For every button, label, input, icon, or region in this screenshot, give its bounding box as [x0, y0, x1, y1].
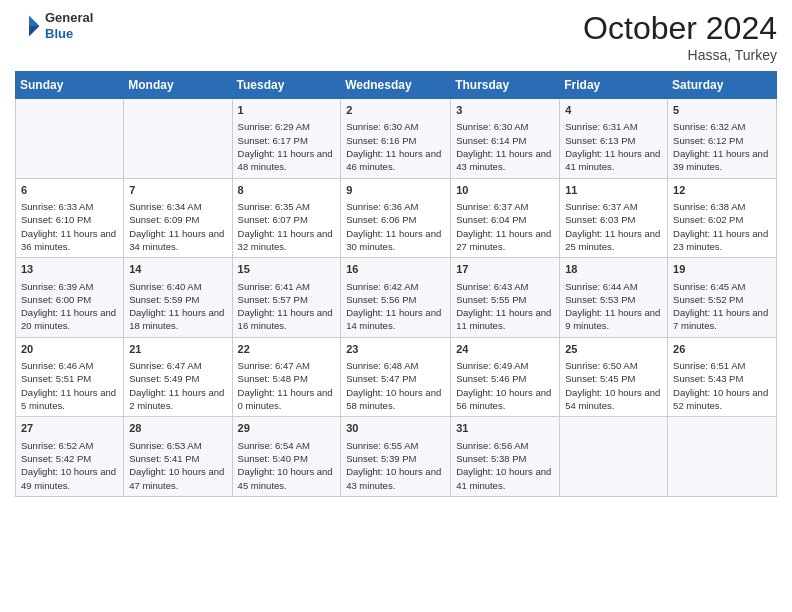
logo: General Blue: [15, 10, 93, 41]
calendar-cell: 30Sunrise: 6:55 AMSunset: 5:39 PMDayligh…: [341, 417, 451, 497]
cell-info: Sunrise: 6:52 AMSunset: 5:42 PMDaylight:…: [21, 439, 118, 492]
calendar-cell: 16Sunrise: 6:42 AMSunset: 5:56 PMDayligh…: [341, 258, 451, 338]
calendar-cell: 23Sunrise: 6:48 AMSunset: 5:47 PMDayligh…: [341, 337, 451, 417]
cell-info: Sunrise: 6:37 AMSunset: 6:04 PMDaylight:…: [456, 200, 554, 253]
day-number: 22: [238, 342, 336, 357]
calendar-cell: [668, 417, 777, 497]
day-number: 19: [673, 262, 771, 277]
logo-icon: [15, 12, 43, 40]
cell-info: Sunrise: 6:47 AMSunset: 5:48 PMDaylight:…: [238, 359, 336, 412]
calendar-cell: 19Sunrise: 6:45 AMSunset: 5:52 PMDayligh…: [668, 258, 777, 338]
calendar-cell: 21Sunrise: 6:47 AMSunset: 5:49 PMDayligh…: [124, 337, 232, 417]
day-number: 8: [238, 183, 336, 198]
day-number: 25: [565, 342, 662, 357]
svg-marker-1: [29, 26, 40, 37]
calendar-cell: 31Sunrise: 6:56 AMSunset: 5:38 PMDayligh…: [451, 417, 560, 497]
calendar-cell: [560, 417, 668, 497]
calendar-cell: 27Sunrise: 6:52 AMSunset: 5:42 PMDayligh…: [16, 417, 124, 497]
day-number: 12: [673, 183, 771, 198]
location: Hassa, Turkey: [583, 47, 777, 63]
day-number: 10: [456, 183, 554, 198]
cell-info: Sunrise: 6:34 AMSunset: 6:09 PMDaylight:…: [129, 200, 226, 253]
calendar-header-row: SundayMondayTuesdayWednesdayThursdayFrid…: [16, 72, 777, 99]
cell-info: Sunrise: 6:41 AMSunset: 5:57 PMDaylight:…: [238, 280, 336, 333]
cell-info: Sunrise: 6:54 AMSunset: 5:40 PMDaylight:…: [238, 439, 336, 492]
day-number: 30: [346, 421, 445, 436]
day-number: 5: [673, 103, 771, 118]
svg-marker-0: [29, 15, 40, 26]
calendar-table: SundayMondayTuesdayWednesdayThursdayFrid…: [15, 71, 777, 497]
calendar-cell: 24Sunrise: 6:49 AMSunset: 5:46 PMDayligh…: [451, 337, 560, 417]
day-number: 27: [21, 421, 118, 436]
week-row-4: 20Sunrise: 6:46 AMSunset: 5:51 PMDayligh…: [16, 337, 777, 417]
col-header-sunday: Sunday: [16, 72, 124, 99]
cell-info: Sunrise: 6:53 AMSunset: 5:41 PMDaylight:…: [129, 439, 226, 492]
day-number: 18: [565, 262, 662, 277]
calendar-cell: 17Sunrise: 6:43 AMSunset: 5:55 PMDayligh…: [451, 258, 560, 338]
cell-info: Sunrise: 6:32 AMSunset: 6:12 PMDaylight:…: [673, 120, 771, 173]
cell-info: Sunrise: 6:33 AMSunset: 6:10 PMDaylight:…: [21, 200, 118, 253]
day-number: 28: [129, 421, 226, 436]
week-row-2: 6Sunrise: 6:33 AMSunset: 6:10 PMDaylight…: [16, 178, 777, 258]
calendar-cell: 3Sunrise: 6:30 AMSunset: 6:14 PMDaylight…: [451, 99, 560, 179]
day-number: 13: [21, 262, 118, 277]
logo-text: General Blue: [45, 10, 93, 41]
cell-info: Sunrise: 6:56 AMSunset: 5:38 PMDaylight:…: [456, 439, 554, 492]
cell-info: Sunrise: 6:51 AMSunset: 5:43 PMDaylight:…: [673, 359, 771, 412]
cell-info: Sunrise: 6:55 AMSunset: 5:39 PMDaylight:…: [346, 439, 445, 492]
calendar-cell: 14Sunrise: 6:40 AMSunset: 5:59 PMDayligh…: [124, 258, 232, 338]
day-number: 11: [565, 183, 662, 198]
cell-info: Sunrise: 6:30 AMSunset: 6:16 PMDaylight:…: [346, 120, 445, 173]
cell-info: Sunrise: 6:36 AMSunset: 6:06 PMDaylight:…: [346, 200, 445, 253]
title-block: October 2024 Hassa, Turkey: [583, 10, 777, 63]
cell-info: Sunrise: 6:48 AMSunset: 5:47 PMDaylight:…: [346, 359, 445, 412]
cell-info: Sunrise: 6:29 AMSunset: 6:17 PMDaylight:…: [238, 120, 336, 173]
day-number: 3: [456, 103, 554, 118]
calendar-cell: 18Sunrise: 6:44 AMSunset: 5:53 PMDayligh…: [560, 258, 668, 338]
week-row-5: 27Sunrise: 6:52 AMSunset: 5:42 PMDayligh…: [16, 417, 777, 497]
calendar-cell: 11Sunrise: 6:37 AMSunset: 6:03 PMDayligh…: [560, 178, 668, 258]
day-number: 2: [346, 103, 445, 118]
cell-info: Sunrise: 6:31 AMSunset: 6:13 PMDaylight:…: [565, 120, 662, 173]
day-number: 16: [346, 262, 445, 277]
day-number: 14: [129, 262, 226, 277]
cell-info: Sunrise: 6:50 AMSunset: 5:45 PMDaylight:…: [565, 359, 662, 412]
calendar-cell: 2Sunrise: 6:30 AMSunset: 6:16 PMDaylight…: [341, 99, 451, 179]
cell-info: Sunrise: 6:30 AMSunset: 6:14 PMDaylight:…: [456, 120, 554, 173]
calendar-cell: 26Sunrise: 6:51 AMSunset: 5:43 PMDayligh…: [668, 337, 777, 417]
calendar-cell: 6Sunrise: 6:33 AMSunset: 6:10 PMDaylight…: [16, 178, 124, 258]
day-number: 20: [21, 342, 118, 357]
day-number: 17: [456, 262, 554, 277]
cell-info: Sunrise: 6:38 AMSunset: 6:02 PMDaylight:…: [673, 200, 771, 253]
col-header-monday: Monday: [124, 72, 232, 99]
page-header: General Blue October 2024 Hassa, Turkey: [15, 10, 777, 63]
calendar-cell: 20Sunrise: 6:46 AMSunset: 5:51 PMDayligh…: [16, 337, 124, 417]
col-header-saturday: Saturday: [668, 72, 777, 99]
col-header-friday: Friday: [560, 72, 668, 99]
day-number: 4: [565, 103, 662, 118]
month-title: October 2024: [583, 10, 777, 47]
calendar-cell: 29Sunrise: 6:54 AMSunset: 5:40 PMDayligh…: [232, 417, 341, 497]
day-number: 26: [673, 342, 771, 357]
calendar-cell: 15Sunrise: 6:41 AMSunset: 5:57 PMDayligh…: [232, 258, 341, 338]
calendar-cell: 1Sunrise: 6:29 AMSunset: 6:17 PMDaylight…: [232, 99, 341, 179]
day-number: 29: [238, 421, 336, 436]
calendar-cell: 22Sunrise: 6:47 AMSunset: 5:48 PMDayligh…: [232, 337, 341, 417]
calendar-cell: [124, 99, 232, 179]
calendar-cell: 8Sunrise: 6:35 AMSunset: 6:07 PMDaylight…: [232, 178, 341, 258]
day-number: 23: [346, 342, 445, 357]
day-number: 24: [456, 342, 554, 357]
cell-info: Sunrise: 6:37 AMSunset: 6:03 PMDaylight:…: [565, 200, 662, 253]
day-number: 15: [238, 262, 336, 277]
calendar-cell: 12Sunrise: 6:38 AMSunset: 6:02 PMDayligh…: [668, 178, 777, 258]
col-header-tuesday: Tuesday: [232, 72, 341, 99]
cell-info: Sunrise: 6:39 AMSunset: 6:00 PMDaylight:…: [21, 280, 118, 333]
calendar-cell: 7Sunrise: 6:34 AMSunset: 6:09 PMDaylight…: [124, 178, 232, 258]
day-number: 31: [456, 421, 554, 436]
cell-info: Sunrise: 6:45 AMSunset: 5:52 PMDaylight:…: [673, 280, 771, 333]
cell-info: Sunrise: 6:40 AMSunset: 5:59 PMDaylight:…: [129, 280, 226, 333]
cell-info: Sunrise: 6:49 AMSunset: 5:46 PMDaylight:…: [456, 359, 554, 412]
calendar-cell: 28Sunrise: 6:53 AMSunset: 5:41 PMDayligh…: [124, 417, 232, 497]
calendar-cell: [16, 99, 124, 179]
calendar-cell: 4Sunrise: 6:31 AMSunset: 6:13 PMDaylight…: [560, 99, 668, 179]
